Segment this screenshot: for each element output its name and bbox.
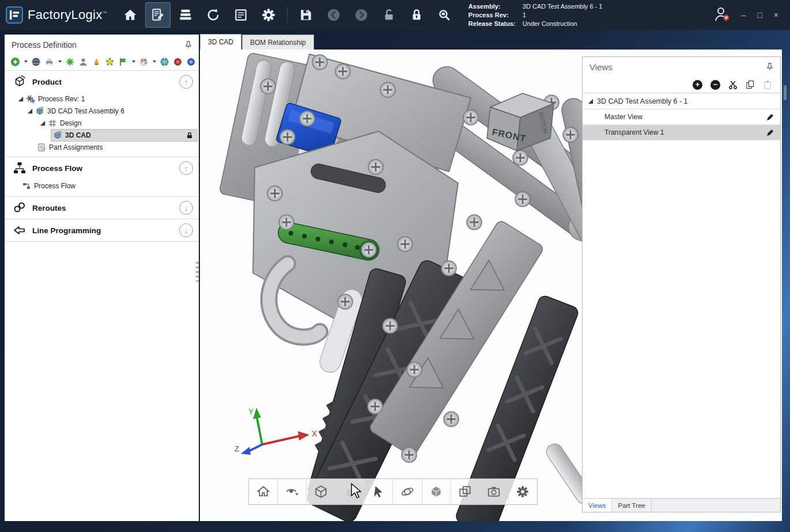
info-button[interactable] — [186, 57, 196, 67]
tree-item-assembly[interactable]: 3D CAD Test Assembly 6 — [5, 105, 199, 117]
add-view-button[interactable]: + — [693, 80, 702, 90]
copy-button[interactable] — [746, 80, 755, 89]
process-rev-label: Process Rev: — [468, 11, 523, 20]
pin-icon[interactable] — [765, 62, 774, 71]
view-item-transparent[interactable]: Transparent View 1 — [583, 125, 780, 140]
view-home-button[interactable] — [249, 479, 278, 504]
cad-viewport[interactable]: .m1{fill:url(#gm1);stroke:#787d80;stroke… — [200, 50, 782, 521]
palette-dropdown-caret[interactable] — [153, 60, 156, 63]
settings-button[interactable] — [256, 2, 281, 28]
views-toolbar: + − — [583, 77, 780, 93]
views-root-node[interactable]: 3D CAD Test Assembly 6 - 1 — [583, 93, 780, 109]
print-button[interactable] — [44, 57, 54, 67]
shaded-cube-button[interactable] — [307, 479, 335, 504]
flower-button[interactable] — [105, 57, 115, 67]
pin-icon[interactable] — [184, 40, 193, 50]
sync-button[interactable] — [201, 2, 226, 28]
product-icon — [13, 75, 27, 89]
expander-icon[interactable] — [17, 96, 24, 102]
edit-view-button[interactable] — [766, 128, 774, 137]
selected-tree-item[interactable]: 3D CAD — [51, 129, 198, 142]
assembly-cube-icon — [35, 107, 44, 116]
release-status-value: Under Construction — [523, 20, 603, 28]
process-rev-value: 1 — [523, 11, 603, 20]
remove-view-button[interactable]: − — [710, 80, 720, 90]
tab-bom-relationship[interactable]: BOM Relationship — [242, 35, 314, 50]
trophy-button[interactable] — [92, 57, 101, 67]
tree-item-process-rev[interactable]: Process Rev: 1 — [5, 93, 199, 105]
section-view-button[interactable] — [451, 479, 480, 504]
expander-icon[interactable] — [27, 108, 33, 115]
views-panel: Views + − 3D CAD Test Assembly 6 - 1 Mas… — [582, 56, 781, 512]
collapse-process-flow-button[interactable]: ↑ — [179, 161, 193, 175]
assembly-info: Assembly:3D CAD Test Assembly 6 - 1 Proc… — [468, 2, 603, 28]
home-button[interactable] — [118, 2, 143, 28]
orbit-rotate-button[interactable] — [393, 479, 422, 504]
palette-button[interactable] — [139, 57, 149, 67]
globe-button[interactable] — [160, 57, 169, 67]
paste-button[interactable] — [763, 80, 772, 89]
solid-box-button[interactable] — [422, 479, 451, 504]
record-button[interactable] — [173, 57, 183, 67]
minimize-button[interactable]: – — [742, 11, 746, 19]
materials-button[interactable] — [173, 2, 198, 28]
view-item-master[interactable]: Master View — [583, 109, 780, 125]
audit-search-button[interactable] — [432, 2, 457, 28]
globe-dark-button[interactable] — [31, 57, 41, 67]
panel-title: Process Definition — [12, 40, 77, 50]
flag-dropdown-caret[interactable] — [132, 60, 135, 63]
maximize-button[interactable]: □ — [757, 11, 762, 19]
process-flow-icon — [13, 161, 27, 175]
tab-3d-cad[interactable]: 3D CAD — [200, 34, 241, 50]
app-title: FactoryLogix™ — [28, 7, 107, 22]
collapse-product-button[interactable]: ↑ — [179, 75, 193, 89]
view-options-button[interactable] — [278, 479, 307, 504]
axis-triad: Y X Z — [233, 405, 326, 469]
mouse-cursor — [351, 483, 366, 500]
user-logout-button[interactable] — [710, 3, 734, 26]
edit-view-button[interactable] — [766, 113, 774, 121]
save-button[interactable] — [293, 2, 319, 28]
close-button[interactable]: × — [774, 11, 778, 19]
section-reroutes[interactable]: Reroutes ↓ — [5, 197, 199, 219]
print-dropdown-caret[interactable] — [58, 60, 62, 63]
views-panel-title: Views — [589, 62, 613, 72]
section-process-flow[interactable]: Process Flow ↑ — [5, 157, 199, 179]
window-controls: – □ × — [742, 11, 778, 19]
reports-button[interactable] — [228, 2, 254, 28]
section-label: Process Flow — [32, 164, 82, 173]
unlock-button[interactable] — [376, 2, 402, 28]
axis-y-label: Y — [248, 407, 254, 416]
right-edge-grip[interactable] — [784, 85, 787, 100]
panel-splitter[interactable] — [196, 262, 199, 282]
expand-line-programming-button[interactable]: ↓ — [179, 223, 193, 237]
flag-button[interactable] — [118, 57, 128, 67]
expander-icon[interactable] — [587, 98, 594, 105]
add-dropdown-caret[interactable] — [24, 60, 28, 63]
view-orientation-cube[interactable]: FRONT BOTTOM — [482, 83, 569, 155]
person-button[interactable] — [78, 57, 88, 67]
snapshot-camera-button[interactable] — [480, 479, 509, 504]
section-product[interactable]: Product ↑ — [5, 71, 199, 93]
select-pointer-button[interactable] — [364, 479, 393, 504]
viewport-settings-button[interactable] — [509, 479, 537, 504]
green-star-button[interactable] — [65, 57, 75, 67]
forward-button[interactable] — [349, 2, 374, 28]
expander-icon[interactable] — [39, 120, 46, 127]
assembly-value: 3D CAD Test Assembly 6 - 1 — [523, 2, 603, 11]
app-window: { "titlebar": { "app_name": "FactoryLogi… — [0, 0, 790, 532]
tab-views[interactable]: Views — [583, 499, 612, 512]
tree-item-process-flow[interactable]: Process Flow — [5, 179, 199, 193]
lock-button[interactable] — [404, 2, 429, 28]
tree-item-design[interactable]: Design — [5, 117, 199, 129]
views-panel-tabs: Views Part Tree — [583, 498, 780, 512]
tab-part-tree[interactable]: Part Tree — [612, 499, 651, 512]
expand-reroutes-button[interactable]: ↓ — [179, 201, 193, 215]
section-line-programming[interactable]: Line Programming ↓ — [5, 219, 199, 241]
process-definition-button[interactable] — [145, 2, 171, 28]
cut-button[interactable] — [728, 80, 738, 89]
tree-item-part-assignments[interactable]: Part Assignments — [5, 141, 199, 153]
tree-item-3d-cad[interactable]: 3D CAD — [5, 129, 199, 141]
add-button[interactable] — [10, 57, 20, 67]
back-button[interactable] — [321, 2, 346, 28]
